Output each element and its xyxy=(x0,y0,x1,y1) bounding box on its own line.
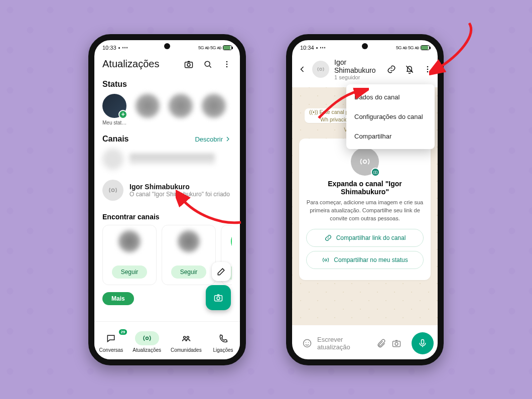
camera-icon[interactable] xyxy=(184,59,194,69)
nav-label: Comunidades xyxy=(171,347,202,353)
menu-item-config[interactable]: Configurações do canal xyxy=(346,107,435,126)
link-icon[interactable] xyxy=(386,64,396,74)
clock: 10:33 xyxy=(102,45,116,51)
menu-item-share[interactable]: Compartilhar xyxy=(346,126,435,146)
back-icon[interactable] xyxy=(297,64,307,74)
more-vert-icon[interactable] xyxy=(222,59,232,69)
share-status-button[interactable]: Compartilhar no meu status xyxy=(306,251,424,269)
emoji-icon[interactable] xyxy=(302,338,312,348)
nav-comunidades[interactable]: Comunidades xyxy=(171,331,202,353)
channel-card-avatar xyxy=(118,230,141,252)
svg-rect-25 xyxy=(422,340,424,344)
svg-point-13 xyxy=(427,66,429,68)
channel-card[interactable]: Seguir xyxy=(162,225,216,285)
broadcast-icon xyxy=(358,155,371,168)
overflow-menu: Dados do canal Configurações do canal Co… xyxy=(346,84,435,149)
svg-point-24 xyxy=(395,342,398,345)
compose-field[interactable]: Escrever atualização xyxy=(296,332,408,354)
notification-dot-icon xyxy=(118,47,120,49)
fab-edit[interactable] xyxy=(212,262,231,281)
channel-avatar-mine xyxy=(102,180,123,201)
channel-text-blurred xyxy=(129,154,215,165)
my-status-avatar[interactable]: + xyxy=(102,94,126,118)
broadcast-icon xyxy=(107,185,118,196)
channel-row-mine[interactable]: Igor Shimabukuro O canal "Igor Shimabuku… xyxy=(102,175,232,206)
camera-icon[interactable] xyxy=(391,338,402,348)
compose-placeholder: Escrever atualização xyxy=(317,336,371,351)
channel-name: Igor Shimabukuro xyxy=(129,183,230,191)
svg-point-21 xyxy=(306,342,307,343)
contact-status-avatar[interactable] xyxy=(202,94,226,118)
button-label: Compartilhar no meu status xyxy=(334,256,408,263)
more-pill[interactable]: Mais xyxy=(102,292,134,305)
nav-atualizacoes[interactable]: Atualizações xyxy=(132,331,161,353)
svg-point-19 xyxy=(325,259,327,261)
svg-point-5 xyxy=(226,66,228,67)
network-icons: 5G ᴀᴅ 5G ᴀᴅ xyxy=(396,45,419,50)
more-dots-icon: ⋯ xyxy=(122,44,128,51)
my-status-label: Meu stat… xyxy=(102,120,126,125)
topbar-title[interactable]: Igor Shimabukuro 1 seguidor xyxy=(334,58,381,80)
communities-icon xyxy=(174,331,198,345)
nav-label: Conversas xyxy=(99,347,123,353)
svg-rect-23 xyxy=(393,341,401,347)
channel-card[interactable]: Seguir xyxy=(102,225,157,285)
nav-conversas[interactable]: Conversas xyxy=(99,331,123,353)
bell-off-icon[interactable] xyxy=(405,64,415,74)
notification-dot-icon xyxy=(316,47,318,49)
share-link-button[interactable]: Compartilhar link do canal xyxy=(306,229,424,247)
battery-icon xyxy=(223,45,232,50)
follow-button[interactable]: Seguir xyxy=(171,265,207,279)
fab-camera[interactable] xyxy=(206,285,231,310)
svg-point-9 xyxy=(146,337,148,340)
channel-topbar: Igor Shimabukuro 1 seguidor xyxy=(292,55,438,85)
pencil-icon xyxy=(216,267,226,277)
discover-link[interactable]: Descobrir xyxy=(195,135,232,143)
svg-point-6 xyxy=(111,189,114,192)
status-icon xyxy=(322,256,330,264)
svg-point-22 xyxy=(308,342,309,343)
button-label: Compartilhar link do canal xyxy=(336,234,406,241)
mic-button[interactable] xyxy=(412,332,434,354)
channel-title: Igor Shimabukuro xyxy=(334,58,381,74)
svg-point-3 xyxy=(226,61,228,62)
svg-point-16 xyxy=(363,160,367,164)
expand-channel-card: Expanda o canal "Igor Shimabukuro" Para … xyxy=(299,139,431,280)
nav-ligacoes[interactable]: Ligações xyxy=(211,331,235,353)
compose-bar: Escrever atualização xyxy=(296,332,434,354)
lock-broadcast-icon: ((•)) xyxy=(309,109,318,115)
channel-card-avatar xyxy=(178,230,200,252)
status-heading: Status xyxy=(102,80,232,89)
svg-point-10 xyxy=(183,336,185,338)
follow-button[interactable]: Seguir xyxy=(112,265,148,279)
topbar-avatar[interactable] xyxy=(312,61,329,78)
contact-status-avatar[interactable] xyxy=(136,94,160,118)
attach-icon[interactable] xyxy=(376,338,386,348)
svg-point-8 xyxy=(217,297,220,300)
card-avatar[interactable] xyxy=(351,148,379,176)
chevron-right-icon xyxy=(224,135,232,143)
channel-followers: 1 seguidor xyxy=(334,74,381,80)
camera-badge-icon[interactable] xyxy=(371,168,380,177)
battery-icon xyxy=(421,45,430,50)
search-icon[interactable] xyxy=(203,59,213,69)
add-status-icon[interactable]: + xyxy=(118,110,127,119)
channel-row-blurred[interactable] xyxy=(102,144,232,175)
mic-icon xyxy=(418,338,428,348)
card-body: Para começar, adicione uma imagem e crie… xyxy=(306,199,424,223)
camera-icon xyxy=(213,293,223,303)
svg-point-18 xyxy=(375,172,376,173)
broadcast-icon xyxy=(316,65,325,74)
contact-status[interactable] xyxy=(136,94,160,120)
more-vert-icon[interactable] xyxy=(423,64,433,74)
svg-point-11 xyxy=(187,336,189,338)
contact-status[interactable] xyxy=(202,94,226,120)
my-status[interactable]: + Meu stat… xyxy=(102,94,126,125)
clock: 10:34 xyxy=(300,45,314,51)
contact-status-avatar[interactable] xyxy=(169,94,193,118)
status-bar: 10:34 ⋯ 5G ᴀᴅ 5G ᴀᴅ xyxy=(292,40,438,55)
channel-avatar xyxy=(102,149,123,170)
contact-status[interactable] xyxy=(169,94,193,120)
status-bar: 10:33 ⋯ 5G ᴀᴅ 5G ᴀᴅ xyxy=(94,40,240,55)
menu-item-dados[interactable]: Dados do canal xyxy=(346,87,435,107)
